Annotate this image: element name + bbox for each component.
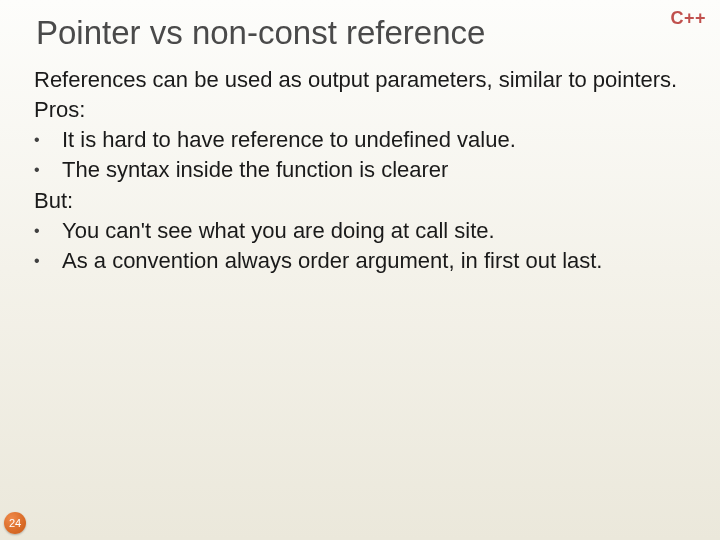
language-badge: C++ — [670, 8, 706, 29]
con-text: As a convention always order argument, i… — [62, 247, 690, 275]
slide-title: Pointer vs non-const reference — [0, 0, 720, 60]
con-item: • You can't see what you are doing at ca… — [34, 217, 690, 245]
con-text: You can't see what you are doing at call… — [62, 217, 690, 245]
bullet-icon: • — [34, 217, 62, 241]
pro-item: • The syntax inside the function is clea… — [34, 156, 690, 184]
pro-text: The syntax inside the function is cleare… — [62, 156, 690, 184]
slide-number-badge: 24 — [4, 512, 26, 534]
con-item: • As a convention always order argument,… — [34, 247, 690, 275]
bullet-icon: • — [34, 126, 62, 150]
intro-text: References can be used as output paramet… — [34, 66, 690, 94]
slide-body: References can be used as output paramet… — [0, 60, 720, 275]
pros-label: Pros: — [34, 96, 690, 124]
pro-text: It is hard to have reference to undefine… — [62, 126, 690, 154]
but-label: But: — [34, 187, 690, 215]
bullet-icon: • — [34, 156, 62, 180]
bullet-icon: • — [34, 247, 62, 271]
pro-item: • It is hard to have reference to undefi… — [34, 126, 690, 154]
